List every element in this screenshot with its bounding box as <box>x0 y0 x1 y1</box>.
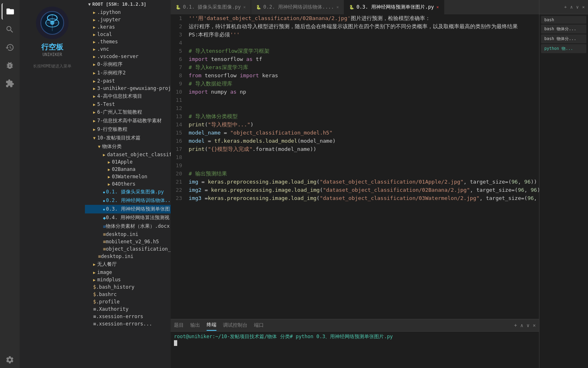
tree-6ai[interactable]: ▶6-广州人工智能教程 <box>85 108 171 117</box>
tree-bash-history[interactable]: $ .bash_history <box>85 283 171 291</box>
tree-bashrc[interactable]: $ .bashrc <box>85 291 171 298</box>
tree-ini2[interactable]: ≡ desktop.ini <box>85 253 171 260</box>
tree-docx[interactable]: ≡ 物体分类素材（水果）.docx <box>85 222 171 231</box>
tree-2past[interactable]: ▶2-past <box>85 77 171 85</box>
terminal-tab-output[interactable]: 输出 <box>190 320 200 330</box>
activity-bar <box>0 0 20 368</box>
logo-text: 行空板 <box>41 43 63 52</box>
editor-area: 🐍 0.1. 摄像头采集图像.py × 🐍 0.2. 用神经网络训练物体....… <box>171 0 539 368</box>
code-area[interactable]: '''用'dataset_object_classification/02Ban… <box>187 14 539 319</box>
tree-demo0[interactable]: ▶0-示例程序 <box>85 60 171 69</box>
search-icon[interactable] <box>2 21 18 38</box>
tree-apple[interactable]: ▶01Apple <box>85 158 171 166</box>
terminal-chevron[interactable]: ∧ <box>520 323 523 328</box>
tree-restaurant[interactable]: ▶无人餐厅 <box>85 260 171 269</box>
tree-watermelon[interactable]: ▶03Watermelon <box>85 173 171 180</box>
tree-local[interactable]: ▶local <box>85 31 171 38</box>
terminal-tab-problems[interactable]: 题目 <box>174 320 184 330</box>
terminal-tab-terminal[interactable]: 终端 <box>207 320 216 331</box>
settings-icon[interactable] <box>2 352 18 368</box>
panel-bash-1[interactable]: bash <box>541 16 586 24</box>
terminal-tabs-bar: 题目 输出 终端 调试控制台 端口 + ∧ ∨ × <box>171 319 539 332</box>
tree-5test[interactable]: ▶5-Test <box>85 101 171 108</box>
editor-content: 12345 678910 1112131415 1617181920 21222… <box>171 14 539 319</box>
tree-jupyter[interactable]: ▶.jupyter <box>85 16 171 23</box>
tree-xauth[interactable]: ≡ .Xauthority <box>85 305 171 313</box>
tree-py04[interactable]: ◆ 0.4. 用神经网络算法预测视... <box>85 213 171 222</box>
tab-py03[interactable]: 🐍 0.3. 用神经网络预测单张图片.py × <box>344 0 444 14</box>
tree-ini1[interactable]: ≡ desktop.ini <box>85 231 171 238</box>
logo-subtext: UNIHIKER <box>42 52 62 57</box>
root-folder[interactable]: ▼ ROOT [SSH: 10.1.2.3] <box>85 0 171 9</box>
right-panel-header: + ∧ ∨ × <box>539 0 588 14</box>
tree-h5-model[interactable]: ≡ object_classification_model.h5 <box>85 245 171 253</box>
close-tab-1[interactable]: × <box>243 5 246 9</box>
terminal-plus[interactable]: + <box>514 323 517 328</box>
tree-py03[interactable]: ◆0.3. 用神经网络预测单张图... <box>85 205 171 213</box>
tree-mindplus[interactable]: ▶mindplus <box>85 276 171 283</box>
tree-3proj[interactable]: ▶3-unihiker-gewuxiang-projects-... <box>85 85 171 92</box>
terminal-close[interactable]: × <box>533 323 536 328</box>
tree-xsession[interactable]: ≡ .xsession-errors <box>85 313 171 320</box>
tree-image[interactable]: ▶image <box>85 269 171 276</box>
tabs-bar: 🐍 0.1. 摄像头采集图像.py × 🐍 0.2. 用神经网络训练物体....… <box>171 0 539 14</box>
terminal-cursor <box>174 340 177 346</box>
panel-bash-3[interactable]: bash 物体分... <box>541 34 586 43</box>
tree-demo1[interactable]: ▶1-示例程序2 <box>85 69 171 77</box>
tree-banana[interactable]: ▶02Banana <box>85 166 171 173</box>
close-tab-2[interactable]: × <box>336 5 339 9</box>
terminal-v[interactable]: ∨ <box>527 323 530 328</box>
panel-close[interactable]: × <box>582 4 585 10</box>
tree-7info[interactable]: ▶7-信息技术高中基础教学素材 <box>85 117 171 125</box>
logo-image <box>36 7 69 39</box>
debug-icon[interactable] <box>2 57 18 74</box>
tree-xsession2[interactable]: ≡ .xsession-errors... <box>85 320 171 328</box>
tree-4info[interactable]: ▶4-高中信息技术项目 <box>85 92 171 101</box>
right-panel: + ∧ ∨ × bash bash 物体分... bash 物体分... pyt… <box>539 0 588 368</box>
terminal-controls: + ∧ ∨ × <box>514 323 536 328</box>
extensions-icon[interactable] <box>2 75 18 92</box>
right-panel-items: bash bash 物体分... bash 物体分... python 物... <box>539 14 588 368</box>
tree-vscode[interactable]: ▶.vscode-server <box>85 53 171 60</box>
tree-themes[interactable]: ▶.themes <box>85 38 171 45</box>
tree-profile[interactable]: $ .profile <box>85 298 171 305</box>
logo-hint: 长按HOME键进入菜单 <box>33 63 71 69</box>
logo-panel: 行空板 UNIHIKER 长按HOME键进入菜单 <box>20 0 85 368</box>
terminal-tab-debug[interactable]: 调试控制台 <box>223 320 247 330</box>
tree-9board[interactable]: ▶9-行空板教程 <box>85 125 171 134</box>
panel-bash-2[interactable]: bash 物体分... <box>541 25 586 34</box>
tree-h5-mobile[interactable]: ≡ mobilenet_v2_96.h5 <box>85 238 171 245</box>
terminal-prompt: root@unihiker:~/10-发帖项目技术篇/物体 分类# python… <box>174 334 393 339</box>
tree-vnc[interactable]: ▶.vnc <box>85 45 171 53</box>
tab-py01[interactable]: 🐍 0.1. 摄像头采集图像.py × <box>171 0 251 14</box>
terminal-tab-ports[interactable]: 端口 <box>254 320 264 330</box>
panel-down[interactable]: ∨ <box>576 4 579 10</box>
explorer-icon[interactable] <box>2 3 18 20</box>
git-icon[interactable] <box>2 39 18 56</box>
tree-10post[interactable]: ▼10-发帖项目技术篇 <box>85 134 171 142</box>
panel-add[interactable]: + <box>564 4 567 10</box>
tab-py02[interactable]: 🐍 0.2. 用神经网络训练物体.... × <box>251 0 344 14</box>
tree-dataset[interactable]: ▶dataset_object_classification <box>85 151 171 158</box>
panel-python-1[interactable]: python 物... <box>541 44 586 53</box>
tree-classify[interactable]: ▼物体分类 <box>85 142 171 151</box>
tree-keras[interactable]: ▶.keras <box>85 23 171 31</box>
terminal-content[interactable]: root@unihiker:~/10-发帖项目技术篇/物体 分类# python… <box>171 332 539 368</box>
tree-others[interactable]: ▶04Others <box>85 180 171 188</box>
line-numbers: 12345 678910 1112131415 1617181920 21222… <box>171 14 187 319</box>
tree-py01[interactable]: ◆0.1. 摄像头采集图像.py <box>85 188 171 196</box>
panel-up[interactable]: ∧ <box>570 4 573 10</box>
tree-ipython[interactable]: ▶.ipython <box>85 9 171 16</box>
file-explorer: ▼ ROOT [SSH: 10.1.2.3] ▶.ipython ▶.jupyt… <box>85 0 171 368</box>
close-tab-3[interactable]: × <box>437 5 439 9</box>
terminal-panel: 题目 输出 终端 调试控制台 端口 + ∧ ∨ × root@unihiker:… <box>171 319 539 368</box>
tree-py02[interactable]: ◆0.2. 用神经网络训练物体... <box>85 196 171 205</box>
